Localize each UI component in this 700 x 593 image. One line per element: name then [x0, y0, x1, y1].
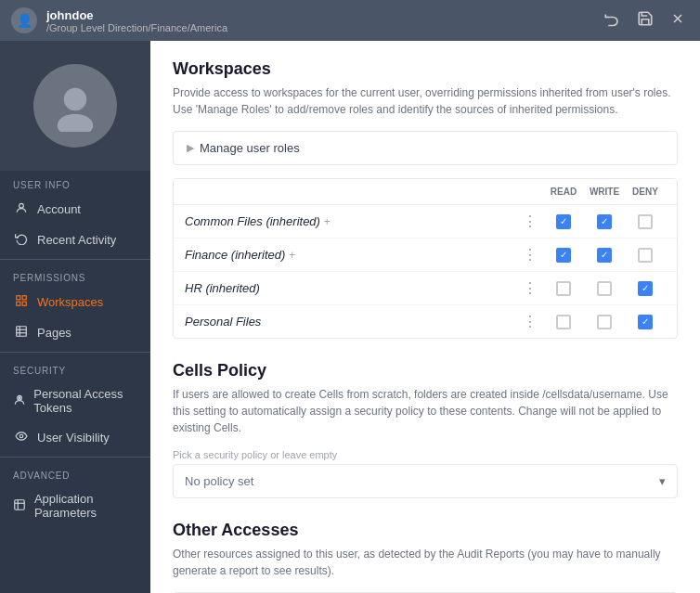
write-check-finance[interactable]	[584, 248, 625, 263]
sidebar-item-recent-activity[interactable]: Recent Activity	[0, 225, 150, 255]
title-bar-left: 👤 johndoe /Group Level Direction/Finance…	[11, 7, 227, 33]
ws-checks-common-files	[543, 214, 666, 229]
cells-policy-title: Cells Policy	[173, 361, 678, 380]
sidebar-item-pages[interactable]: Pages	[0, 317, 150, 348]
permissions-label: Permissions	[0, 264, 150, 287]
app-window: 👤 johndoe /Group Level Direction/Finance…	[0, 0, 700, 593]
divider-1	[0, 259, 150, 260]
ws-menu-common-files[interactable]: ⋮	[517, 213, 543, 230]
manage-roles-row[interactable]: ▶ Manage user roles	[173, 131, 678, 165]
col-write: WRITE	[584, 187, 625, 197]
workspace-row-hr: HR (inherited) ⋮	[174, 272, 677, 305]
deny-check-personal-files[interactable]	[625, 315, 666, 329]
policy-dropdown-wrapper: Pick a security policy or leave empty No…	[173, 449, 678, 498]
ws-menu-hr[interactable]: ⋮	[517, 279, 543, 297]
other-accesses-section: Other Accesses Other resources assigned …	[173, 521, 678, 593]
application-parameters-icon	[13, 498, 27, 514]
policy-pick-label: Pick a security policy or leave empty	[173, 449, 678, 460]
svg-point-3	[58, 114, 94, 132]
account-icon	[13, 201, 30, 217]
workspace-row-finance: Finance (inherited) + ⋮	[174, 238, 677, 272]
sidebar-item-personal-access-tokens[interactable]: Personal Access Tokens	[0, 380, 150, 422]
workspaces-table: READ WRITE DENY Common Files (inherited)…	[173, 178, 678, 339]
recent-activity-label: Recent Activity	[37, 233, 116, 247]
svg-rect-5	[17, 296, 20, 300]
workspace-row-personal-files: Personal Files ⋮	[174, 305, 677, 338]
content-area: Workspaces Provide access to workspaces …	[150, 41, 700, 593]
undo-button[interactable]	[600, 8, 624, 32]
manage-roles-chevron: ▶	[187, 142, 194, 154]
other-accesses-description: Other resources assigned to this user, a…	[173, 546, 678, 579]
checkbox-write-hr[interactable]	[597, 281, 612, 296]
svg-point-14	[19, 396, 20, 398]
ws-checks-personal-files	[543, 315, 666, 329]
col-deny: DENY	[625, 187, 666, 197]
svg-point-15	[19, 434, 23, 438]
svg-rect-16	[15, 499, 25, 509]
personal-access-tokens-label: Personal Access Tokens	[33, 387, 137, 415]
checkbox-write-finance[interactable]	[597, 248, 612, 263]
workspace-row-common-files: Common Files (inherited) + ⋮	[174, 205, 677, 238]
workspace-name-hr: HR (inherited)	[185, 281, 517, 295]
deny-check-finance[interactable]	[625, 248, 666, 263]
sidebar-item-account[interactable]: Account	[0, 194, 150, 225]
sidebar-item-user-visibility[interactable]: User Visibility	[0, 422, 150, 453]
ws-menu-personal-files[interactable]: ⋮	[517, 313, 543, 330]
add-finance-icon[interactable]: +	[289, 249, 295, 262]
close-button[interactable]	[667, 9, 689, 32]
checkbox-read-finance[interactable]	[556, 248, 571, 263]
write-check-common-files[interactable]	[584, 214, 625, 229]
personal-access-tokens-icon	[13, 393, 26, 409]
add-common-files-icon[interactable]: +	[324, 215, 331, 228]
read-check-hr[interactable]	[543, 281, 584, 296]
checkbox-write-personal[interactable]	[597, 315, 612, 329]
deny-check-hr[interactable]	[625, 281, 666, 296]
checkbox-deny-finance[interactable]	[638, 248, 653, 263]
svg-point-4	[19, 203, 24, 208]
other-accesses-title: Other Accesses	[173, 521, 678, 540]
checkbox-deny-personal[interactable]	[638, 315, 653, 329]
manage-roles-label: Manage user roles	[200, 141, 300, 155]
workspace-name-finance: Finance (inherited) +	[185, 248, 517, 262]
col-read: READ	[543, 187, 584, 197]
username: johndoe	[46, 8, 227, 22]
ws-menu-finance[interactable]: ⋮	[517, 246, 543, 264]
cells-policy-description: If users are allowed to create Cells fro…	[173, 386, 678, 436]
checkbox-write-common[interactable]	[597, 214, 612, 229]
user-visibility-label: User Visibility	[37, 431, 110, 445]
title-bar-actions	[600, 8, 689, 32]
svg-point-2	[64, 88, 87, 111]
sidebar-item-application-parameters[interactable]: Application Parameters	[0, 484, 150, 527]
deny-check-common-files[interactable]	[625, 214, 666, 229]
policy-dropdown[interactable]: No policy set ▾	[173, 464, 678, 498]
save-button[interactable]	[633, 8, 657, 32]
security-label: Security	[0, 356, 150, 380]
sidebar-item-workspaces[interactable]: Workspaces	[0, 287, 150, 317]
read-check-finance[interactable]	[543, 248, 584, 263]
application-parameters-label: Application Parameters	[34, 492, 137, 520]
pages-label: Pages	[37, 326, 71, 340]
user-avatar	[33, 64, 117, 148]
sidebar: User Info Account Recent Activity Permis…	[0, 41, 150, 593]
pages-icon	[13, 325, 30, 341]
svg-rect-7	[17, 302, 20, 305]
svg-rect-6	[22, 296, 26, 300]
title-bar-text: johndoe /Group Level Direction/Finance/A…	[46, 8, 227, 33]
workspaces-icon	[13, 294, 30, 310]
checkbox-read-common[interactable]	[556, 214, 571, 229]
advanced-label: Advanced	[0, 461, 150, 484]
divider-2	[0, 352, 150, 353]
read-check-common-files[interactable]	[543, 214, 584, 229]
write-check-personal-files[interactable]	[584, 315, 625, 329]
checkbox-read-hr[interactable]	[556, 281, 571, 296]
svg-rect-9	[17, 327, 27, 337]
read-check-personal-files[interactable]	[543, 315, 584, 329]
workspaces-description: Provide access to workspaces for the cur…	[173, 84, 678, 118]
avatar-section	[0, 41, 150, 171]
dropdown-chevron-icon: ▾	[659, 474, 666, 488]
write-check-hr[interactable]	[584, 281, 625, 296]
checkbox-read-personal[interactable]	[556, 315, 571, 329]
checkbox-deny-hr[interactable]	[638, 281, 653, 296]
policy-value: No policy set	[185, 474, 253, 488]
checkbox-deny-common[interactable]	[638, 214, 653, 229]
